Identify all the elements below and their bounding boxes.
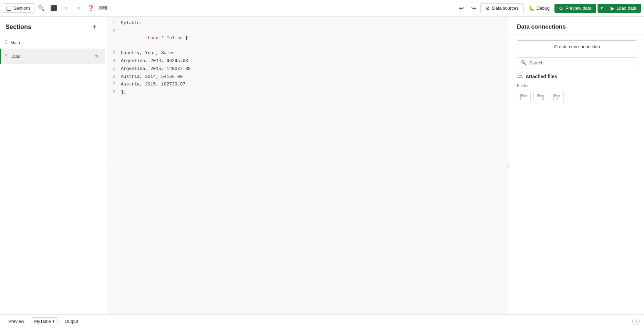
- debug-button[interactable]: 🐛 Debug: [525, 4, 553, 13]
- create-connection-button[interactable]: Create new connection: [517, 40, 637, 53]
- code-line-5: 5 Argentina, 2015, 140037.89: [107, 65, 508, 73]
- line-number-4: 4: [107, 58, 121, 65]
- code-line-8: 8 ];: [107, 89, 508, 96]
- folder-svg-2: [537, 94, 544, 100]
- sidebar-item-load[interactable]: ⠿ Load 🗑: [0, 49, 105, 64]
- code-line-1: 1 MyTable:: [107, 19, 508, 27]
- line-content-5: Argentina, 2015, 140037.89: [121, 65, 508, 73]
- search-box: 🔍: [517, 57, 637, 68]
- preview-label: Preview: [8, 319, 24, 324]
- sidebar-title: Sections: [6, 23, 31, 31]
- load-data-group: ▾ ▶ Load data: [598, 4, 641, 13]
- load-data-play-icon: ▶: [611, 6, 614, 11]
- toolbar-left: Sections 🔍 ⬛ ≡ ≡ ❓ ⌨: [3, 3, 109, 14]
- line-content-8: ];: [121, 89, 508, 96]
- drag-handle-main: ⠿: [4, 40, 8, 45]
- search-icon: 🔍: [521, 60, 527, 65]
- toolbar: Sections 🔍 ⬛ ≡ ≡ ❓ ⌨ ↩ ↪ ⚙ Data sources …: [0, 0, 644, 17]
- attached-files-header: 📎 Attached files: [517, 74, 637, 79]
- svg-rect-1: [520, 94, 523, 96]
- output-label: Output: [65, 319, 78, 324]
- attached-files-title: Attached files: [526, 74, 557, 79]
- comment-button[interactable]: ⬛: [48, 3, 59, 14]
- line-number-5: 5: [107, 65, 121, 73]
- line-content-6: Austria, 2014, 54166.09: [121, 73, 508, 81]
- line-content-1: MyTable:: [121, 20, 508, 27]
- code-line-6: 6 Austria, 2014, 54166.09: [107, 73, 508, 81]
- indent-button[interactable]: ≡: [61, 3, 72, 14]
- paperclip-icon: 📎: [516, 72, 524, 80]
- sections-icon: [7, 6, 11, 11]
- folder-icon-1[interactable]: [517, 91, 531, 103]
- code-line-4: 4 Argentina, 2014, 66295.03: [107, 57, 508, 65]
- attached-files-section: 📎 Attached files Folder: [510, 74, 644, 103]
- delete-section-button[interactable]: 🗑: [92, 52, 101, 60]
- line-number-8: 8: [107, 89, 121, 96]
- line-content-3: Country, Year, Sales: [121, 50, 508, 57]
- debug-label: Debug: [537, 6, 550, 11]
- preview-data-icon: ⟳: [559, 6, 563, 11]
- sidebar-item-main[interactable]: ⠿ Main: [0, 36, 105, 49]
- svg-rect-6: [553, 94, 556, 96]
- line-number-1: 1: [107, 20, 121, 27]
- sidebar: Sections + ⠿ Main ⠿ Load 🗑: [0, 17, 105, 314]
- line-content-7: Austria, 2015, 182739.87: [121, 81, 508, 88]
- redo-button[interactable]: ↪: [468, 3, 479, 14]
- code-line-2: 2 Load * Inline [: [107, 27, 508, 49]
- folder-icon-2[interactable]: [533, 91, 547, 103]
- debug-icon: 🐛: [529, 6, 534, 11]
- data-sources-label: Data sources: [492, 6, 519, 11]
- toolbar-right: ⚙ Data sources 🐛 Debug ⟳ Preview data ▾ …: [480, 3, 641, 13]
- line-content-2: Load * Inline [: [121, 28, 508, 49]
- preview-data-label: Preview data: [565, 6, 591, 11]
- sections-toggle-button[interactable]: Sections: [3, 3, 34, 13]
- svg-rect-0: [520, 95, 527, 100]
- preview-tab-button[interactable]: Preview: [4, 317, 28, 325]
- data-sources-icon: ⚙: [486, 6, 490, 11]
- folder-label: Folder: [517, 83, 637, 88]
- code-line-3: 3 Country, Year, Sales: [107, 49, 508, 57]
- info-icon[interactable]: ℹ: [632, 318, 640, 325]
- data-connections-title: Data connections: [517, 23, 566, 30]
- table-select[interactable]: MyTable ▾: [31, 317, 58, 325]
- outdent-button[interactable]: ≡: [73, 3, 84, 14]
- help-button[interactable]: ❓: [85, 3, 96, 14]
- sidebar-item-label-load: Load: [10, 54, 90, 59]
- chevron-down-icon: ▾: [52, 319, 55, 324]
- sidebar-item-label-main: Main: [10, 40, 101, 45]
- svg-rect-3: [537, 94, 540, 96]
- folder-icon-3[interactable]: [550, 91, 564, 103]
- output-tab-button[interactable]: Output: [61, 317, 82, 325]
- folder-icons: [517, 91, 637, 103]
- line-number-6: 6: [107, 73, 121, 81]
- active-bar: [0, 49, 1, 64]
- create-connection-label: Create new connection: [554, 44, 600, 49]
- preview-data-button[interactable]: ⟳ Preview data: [554, 4, 596, 13]
- main-layout: Sections + ⠿ Main ⠿ Load 🗑 ⋮ 1 MyTable:: [0, 17, 644, 314]
- add-section-button[interactable]: +: [90, 22, 99, 32]
- keyboard-button[interactable]: ⌨: [98, 3, 109, 14]
- data-sources-button[interactable]: ⚙ Data sources: [480, 3, 524, 13]
- search-input[interactable]: [529, 60, 633, 65]
- load-data-dropdown-button[interactable]: ▾: [598, 4, 606, 13]
- line-content-4: Argentina, 2014, 66295.03: [121, 58, 508, 65]
- sidebar-header: Sections +: [0, 17, 105, 36]
- line-number-2: 2: [107, 28, 121, 35]
- load-data-button[interactable]: ▶ Load data: [606, 4, 641, 13]
- code-line-7: 7 Austria, 2015, 182739.87: [107, 81, 508, 89]
- right-panel: Data connections Create new connection 🔍…: [510, 17, 644, 314]
- right-panel-header: Data connections: [510, 17, 644, 35]
- undo-button[interactable]: ↩: [456, 3, 467, 14]
- line-number-7: 7: [107, 81, 121, 88]
- editor-area: 1 MyTable: 2 Load * Inline [ 3 Country, …: [107, 17, 508, 314]
- search-button[interactable]: 🔍: [36, 3, 47, 14]
- sections-button-label: Sections: [13, 6, 31, 11]
- load-data-label: Load data: [616, 6, 636, 11]
- line-number-3: 3: [107, 50, 121, 57]
- code-editor[interactable]: 1 MyTable: 2 Load * Inline [ 3 Country, …: [107, 17, 508, 314]
- folder-svg-1: [520, 94, 527, 100]
- drag-handle-load: ⠿: [4, 53, 8, 59]
- table-value: MyTable: [34, 319, 51, 324]
- folder-svg-3: [553, 94, 560, 100]
- bottom-bar: Preview MyTable ▾ Output ℹ: [0, 314, 644, 328]
